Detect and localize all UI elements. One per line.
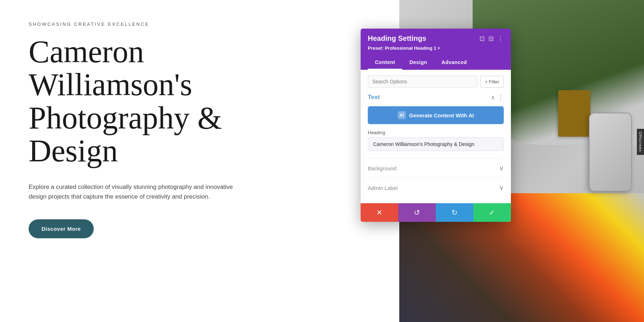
search-options-input[interactable] [368,75,477,88]
admin-label-chevron-down-icon: ∨ [499,184,504,192]
generate-ai-button[interactable]: AI Generate Content With AI [368,106,504,124]
background-label: Background [368,165,396,171]
admin-label-section[interactable]: Admin Label ∨ [368,178,504,197]
filter-button[interactable]: + Filter [480,76,504,88]
text-section-chevron-up[interactable]: ∧ [491,94,495,101]
tab-design[interactable]: Design [402,56,434,70]
heading-field-input[interactable] [368,137,504,151]
resize-icon[interactable]: ⊡ [479,35,485,43]
settings-panel: Heading Settings ⊡ ⊟ ⋮ Preset: Professio… [361,29,511,222]
page-left-section: SHOWCASING CREATIVE EXCELLENCE Cameron W… [0,0,399,322]
cancel-button[interactable]: ✕ [361,203,398,222]
search-row: + Filter [368,75,504,88]
columns-icon[interactable]: ⊟ [488,35,494,43]
panel-title: Heading Settings [368,34,426,43]
redo-button[interactable]: ↻ [436,203,473,222]
save-button[interactable]: ✓ [473,203,511,222]
panel-footer: ✕ ↺ ↻ ✓ [361,203,511,222]
text-section-header: Text ∧ ⋮ [368,93,504,101]
more-options-icon[interactable]: ⋮ [497,35,504,43]
discover-more-button[interactable]: Discover More [29,219,94,238]
text-section-more-icon[interactable]: ⋮ [497,93,504,101]
page-main-heading: Cameron Williamson's Photography & Desig… [29,35,250,168]
preset-label: Preset: [368,45,384,51]
text-section-title: Text [368,94,380,101]
panel-body: + Filter Text ∧ ⋮ AI Generate Content Wi… [361,70,511,203]
ai-button-label: Generate Content With AI [409,112,474,118]
preset-value: Professional Heading 1 [385,45,436,51]
panel-preset[interactable]: Preset: Professional Heading 1 ▾ [368,45,504,51]
phone-decoration [589,113,632,191]
panel-tabs: Content Design Advanced [368,56,504,70]
background-section[interactable]: Background ∨ [368,158,504,178]
page-description: Explore a curated collection of visually… [29,182,236,201]
tab-content[interactable]: Content [368,56,402,70]
ai-icon: AI [398,111,406,119]
tab-advanced[interactable]: Advanced [434,56,474,70]
panel-icon-group: ⊡ ⊟ ⋮ [479,35,504,43]
heading-field-label: Heading [368,130,504,135]
page-subtitle: SHOWCASING CREATIVE EXCELLENCE [29,21,371,27]
notebook-decoration [558,90,590,137]
undo-button[interactable]: ↺ [398,203,436,222]
panel-title-row: Heading Settings ⊡ ⊟ ⋮ [368,34,504,43]
text-section-controls: ∧ ⋮ [491,93,504,101]
background-chevron-down-icon: ∨ [499,164,504,172]
admin-label-text: Admin Label [368,185,397,191]
page-background: SHOWCASING CREATIVE EXCELLENCE Cameron W… [0,0,644,322]
panel-header: Heading Settings ⊡ ⊟ ⋮ Preset: Professio… [361,29,511,70]
offscreen-badge: Offscreen [637,129,644,155]
